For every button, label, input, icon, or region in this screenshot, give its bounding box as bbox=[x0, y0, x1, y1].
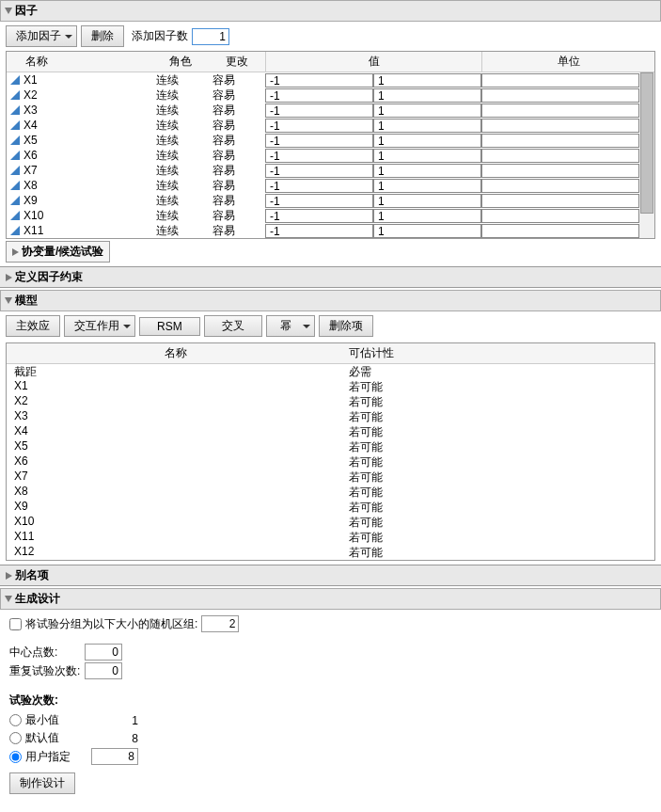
factor-change[interactable]: 容易 bbox=[209, 178, 265, 194]
factor-unit[interactable] bbox=[481, 194, 639, 208]
runs-min-radio[interactable] bbox=[9, 714, 22, 726]
replicate-input[interactable] bbox=[85, 662, 122, 679]
rsm-button[interactable]: RSM bbox=[139, 317, 200, 336]
table-row[interactable]: X7连续容易-11 bbox=[7, 163, 654, 178]
factor-change[interactable]: 容易 bbox=[209, 103, 265, 119]
table-row[interactable]: X6连续容易-11 bbox=[7, 148, 654, 163]
delete-button[interactable]: 删除 bbox=[81, 25, 124, 47]
col-estimability[interactable]: 可估计性 bbox=[345, 343, 654, 363]
block-checkbox[interactable] bbox=[9, 618, 22, 630]
factor-low[interactable]: -1 bbox=[265, 119, 373, 133]
factor-low[interactable]: -1 bbox=[265, 194, 373, 208]
constraints-header[interactable]: 定义因子约束 bbox=[0, 266, 661, 288]
col-unit[interactable]: 单位 bbox=[481, 52, 654, 72]
factor-low[interactable]: -1 bbox=[265, 134, 373, 148]
factor-role[interactable]: 连续 bbox=[152, 178, 209, 194]
factor-change[interactable]: 容易 bbox=[209, 163, 265, 179]
factor-unit[interactable] bbox=[481, 164, 639, 178]
factor-change[interactable]: 容易 bbox=[209, 72, 265, 88]
factor-unit[interactable] bbox=[481, 88, 639, 103]
make-design-button[interactable]: 制作设计 bbox=[9, 772, 75, 794]
add-factor-button[interactable]: 添加因子 bbox=[6, 25, 77, 47]
factor-high[interactable]: 1 bbox=[373, 164, 481, 178]
cross-button[interactable]: 交叉 bbox=[204, 315, 262, 337]
table-row[interactable]: 截距必需 bbox=[7, 364, 654, 379]
table-row[interactable]: X11连续容易-11 bbox=[7, 223, 654, 238]
col-name[interactable]: 名称 bbox=[7, 52, 152, 72]
factor-change[interactable]: 容易 bbox=[209, 148, 265, 164]
factor-unit[interactable] bbox=[481, 179, 639, 193]
factor-high[interactable]: 1 bbox=[373, 88, 481, 103]
power-button[interactable]: 幂 bbox=[266, 315, 315, 337]
factor-high[interactable]: 1 bbox=[373, 209, 481, 223]
table-row[interactable]: X3连续容易-11 bbox=[7, 103, 654, 118]
factor-unit[interactable] bbox=[481, 119, 639, 133]
factor-low[interactable]: -1 bbox=[265, 103, 373, 118]
factor-role[interactable]: 连续 bbox=[152, 208, 209, 224]
factor-role[interactable]: 连续 bbox=[152, 133, 209, 149]
factor-change[interactable]: 容易 bbox=[209, 118, 265, 134]
factor-unit[interactable] bbox=[481, 224, 639, 238]
model-header[interactable]: 模型 bbox=[0, 290, 661, 311]
factor-high[interactable]: 1 bbox=[373, 119, 481, 133]
factor-low[interactable]: -1 bbox=[265, 224, 373, 238]
factor-low[interactable]: -1 bbox=[265, 209, 373, 223]
factors-header[interactable]: 因子 bbox=[0, 0, 661, 22]
remove-term-button[interactable]: 删除项 bbox=[319, 315, 373, 337]
table-row[interactable]: X4若可能 bbox=[7, 424, 654, 439]
table-row[interactable]: X10若可能 bbox=[7, 515, 654, 530]
main-effects-button[interactable]: 主效应 bbox=[6, 315, 60, 337]
generate-header[interactable]: 生成设计 bbox=[0, 588, 661, 610]
table-row[interactable]: X8连续容易-11 bbox=[7, 178, 654, 193]
col-value[interactable]: 值 bbox=[265, 52, 481, 72]
factor-change[interactable]: 容易 bbox=[209, 133, 265, 149]
table-row[interactable]: X3若可能 bbox=[7, 409, 654, 424]
alias-header[interactable]: 别名项 bbox=[0, 565, 661, 586]
factor-role[interactable]: 连续 bbox=[152, 223, 209, 239]
col-term-name[interactable]: 名称 bbox=[7, 343, 345, 363]
table-row[interactable]: X2若可能 bbox=[7, 394, 654, 409]
factor-high[interactable]: 1 bbox=[373, 194, 481, 208]
factor-high[interactable]: 1 bbox=[373, 103, 481, 118]
factor-high[interactable]: 1 bbox=[373, 179, 481, 193]
factor-unit[interactable] bbox=[481, 209, 639, 223]
factor-unit[interactable] bbox=[481, 134, 639, 148]
table-row[interactable]: X8若可能 bbox=[7, 485, 654, 500]
runs-user-input[interactable] bbox=[91, 748, 138, 765]
factor-low[interactable]: -1 bbox=[265, 73, 373, 88]
factor-high[interactable]: 1 bbox=[373, 73, 481, 88]
factor-unit[interactable] bbox=[481, 73, 639, 88]
factor-role[interactable]: 连续 bbox=[152, 163, 209, 179]
table-row[interactable]: X10连续容易-11 bbox=[7, 208, 654, 223]
factor-low[interactable]: -1 bbox=[265, 164, 373, 178]
factor-change[interactable]: 容易 bbox=[209, 193, 265, 209]
factor-unit[interactable] bbox=[481, 149, 639, 163]
runs-user-radio[interactable] bbox=[9, 751, 22, 763]
block-size-input[interactable] bbox=[201, 615, 239, 632]
table-row[interactable]: X11若可能 bbox=[7, 530, 654, 545]
table-row[interactable]: X1连续容易-11 bbox=[7, 72, 654, 88]
factor-change[interactable]: 容易 bbox=[209, 88, 265, 103]
table-row[interactable]: X4连续容易-11 bbox=[7, 118, 654, 133]
factor-low[interactable]: -1 bbox=[265, 88, 373, 103]
table-row[interactable]: X5若可能 bbox=[7, 439, 654, 454]
col-role[interactable]: 角色 bbox=[152, 52, 209, 72]
scrollbar-thumb[interactable] bbox=[640, 72, 653, 214]
runs-default-radio[interactable] bbox=[9, 732, 22, 744]
table-row[interactable]: X1若可能 bbox=[7, 379, 654, 394]
factor-high[interactable]: 1 bbox=[373, 149, 481, 163]
factor-role[interactable]: 连续 bbox=[152, 148, 209, 164]
table-row[interactable]: X5连续容易-11 bbox=[7, 133, 654, 148]
col-change[interactable]: 更改 bbox=[209, 52, 265, 72]
table-row[interactable]: X12若可能 bbox=[7, 545, 654, 560]
interaction-button[interactable]: 交互作用 bbox=[64, 315, 135, 337]
factor-change[interactable]: 容易 bbox=[209, 208, 265, 224]
add-n-input[interactable] bbox=[192, 28, 229, 45]
factor-change[interactable]: 容易 bbox=[209, 223, 265, 239]
factor-role[interactable]: 连续 bbox=[152, 118, 209, 134]
factor-unit[interactable] bbox=[481, 103, 639, 118]
table-row[interactable]: X7若可能 bbox=[7, 470, 654, 485]
table-row[interactable]: X2连续容易-11 bbox=[7, 88, 654, 103]
factor-high[interactable]: 1 bbox=[373, 134, 481, 148]
table-row[interactable]: X6若可能 bbox=[7, 454, 654, 470]
